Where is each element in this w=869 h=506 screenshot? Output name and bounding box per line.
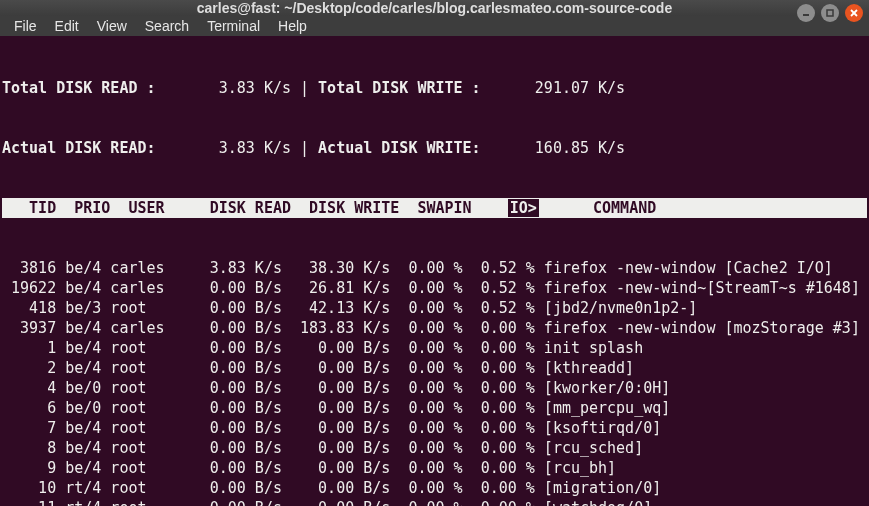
- column-header-row: TID PRIO USER DISK READ DISK WRITE SWAPI…: [2, 198, 867, 218]
- svg-rect-1: [827, 10, 833, 16]
- summary-row-total: Total DISK READ : 3.83 K/s | Total DISK …: [2, 78, 867, 98]
- menu-terminal[interactable]: Terminal: [199, 16, 268, 36]
- total-write-value: 291.07 K/s: [481, 79, 626, 97]
- process-row: 7 be/4 root 0.00 B/s 0.00 B/s 0.00 % 0.0…: [2, 418, 867, 438]
- actual-read-label: Actual DISK READ:: [2, 139, 156, 157]
- sort-column-io[interactable]: IO>: [508, 199, 539, 217]
- actual-read-value: 3.83 K/s: [156, 139, 291, 157]
- process-row: 418 be/3 root 0.00 B/s 42.13 K/s 0.00 % …: [2, 298, 867, 318]
- terminal-window: carles@fast: ~/Desktop/code/carles/blog.…: [0, 0, 869, 506]
- process-rows: 3816 be/4 carles 3.83 K/s 38.30 K/s 0.00…: [2, 258, 867, 506]
- maximize-icon: [825, 8, 835, 18]
- minimize-button[interactable]: [797, 4, 815, 22]
- total-write-label: Total DISK WRITE :: [318, 79, 481, 97]
- terminal-output[interactable]: Total DISK READ : 3.83 K/s | Total DISK …: [0, 36, 869, 506]
- menu-file[interactable]: File: [6, 16, 45, 36]
- actual-write-value: 160.85 K/s: [481, 139, 626, 157]
- process-row: 3816 be/4 carles 3.83 K/s 38.30 K/s 0.00…: [2, 258, 867, 278]
- titlebar[interactable]: carles@fast: ~/Desktop/code/carles/blog.…: [0, 0, 869, 16]
- close-icon: [849, 8, 859, 18]
- process-row: 1 be/4 root 0.00 B/s 0.00 B/s 0.00 % 0.0…: [2, 338, 867, 358]
- window-controls: [797, 4, 863, 22]
- process-row: 9 be/4 root 0.00 B/s 0.00 B/s 0.00 % 0.0…: [2, 458, 867, 478]
- process-row: 11 rt/4 root 0.00 B/s 0.00 B/s 0.00 % 0.…: [2, 498, 867, 506]
- menu-view[interactable]: View: [89, 16, 135, 36]
- summary-row-actual: Actual DISK READ: 3.83 K/s | Actual DISK…: [2, 138, 867, 158]
- menu-search[interactable]: Search: [137, 16, 197, 36]
- minimize-icon: [801, 8, 811, 18]
- maximize-button[interactable]: [821, 4, 839, 22]
- actual-write-label: Actual DISK WRITE:: [318, 139, 481, 157]
- process-row: 10 rt/4 root 0.00 B/s 0.00 B/s 0.00 % 0.…: [2, 478, 867, 498]
- menu-help[interactable]: Help: [270, 16, 315, 36]
- total-read-value: 3.83 K/s: [156, 79, 291, 97]
- window-title: carles@fast: ~/Desktop/code/carles/blog.…: [0, 0, 869, 16]
- process-row: 8 be/4 root 0.00 B/s 0.00 B/s 0.00 % 0.0…: [2, 438, 867, 458]
- menu-edit[interactable]: Edit: [47, 16, 87, 36]
- total-read-label: Total DISK READ :: [2, 79, 156, 97]
- process-row: 3937 be/4 carles 0.00 B/s 183.83 K/s 0.0…: [2, 318, 867, 338]
- menubar: File Edit View Search Terminal Help: [0, 16, 869, 36]
- process-row: 19622 be/4 carles 0.00 B/s 26.81 K/s 0.0…: [2, 278, 867, 298]
- close-button[interactable]: [845, 4, 863, 22]
- process-row: 6 be/0 root 0.00 B/s 0.00 B/s 0.00 % 0.0…: [2, 398, 867, 418]
- process-row: 2 be/4 root 0.00 B/s 0.00 B/s 0.00 % 0.0…: [2, 358, 867, 378]
- process-row: 4 be/0 root 0.00 B/s 0.00 B/s 0.00 % 0.0…: [2, 378, 867, 398]
